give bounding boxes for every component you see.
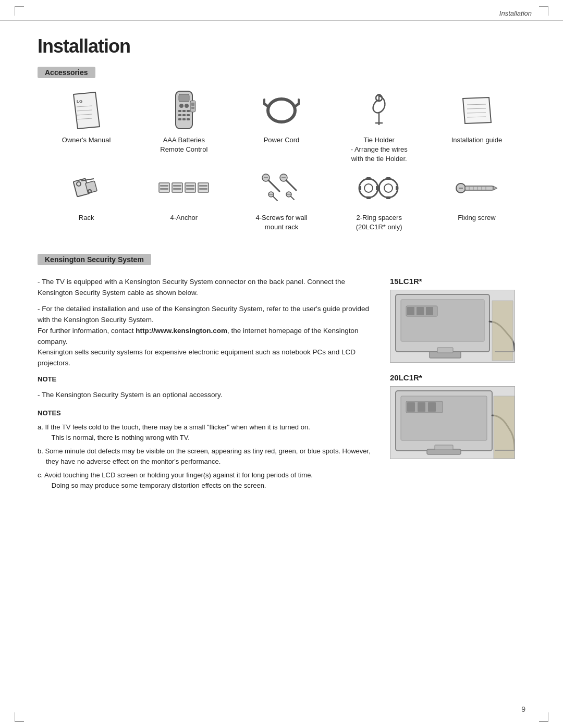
svg-point-63 [364, 184, 373, 192]
svg-rect-72 [377, 186, 380, 190]
page-number: 9 [521, 705, 525, 713]
svg-rect-98 [428, 402, 436, 412]
corner-mark-bl [15, 712, 24, 722]
screws-label: 4-Screws for wallmount rack [256, 213, 308, 232]
fixing-screw-label: Fixing screw [458, 213, 495, 223]
svg-point-69 [384, 184, 393, 192]
accessories-row-2: Rack [38, 167, 525, 232]
tv-image-15lc1r [390, 290, 515, 363]
svg-marker-101 [494, 396, 515, 459]
svg-rect-11 [182, 110, 186, 112]
notes-label: NOTES [38, 408, 377, 418]
note-text: - The Kensington Security System is an o… [38, 390, 377, 401]
svg-rect-43 [173, 188, 181, 190]
svg-rect-41 [172, 183, 182, 192]
svg-rect-90 [437, 348, 453, 353]
kensington-text: - The TV is equipped with a Kensington S… [38, 277, 377, 494]
owners-manual-label: Owner's Manual [62, 135, 111, 145]
svg-rect-65 [366, 196, 371, 199]
svg-rect-13 [178, 114, 181, 116]
accessories-label: Accessories [38, 67, 95, 78]
tie-holder-label: Tie Holder- Arrange the wireswith the ti… [351, 135, 408, 164]
svg-rect-21 [191, 107, 194, 109]
model-15-title: 15LC1R* [390, 277, 525, 286]
tie-holder-icon [365, 90, 393, 131]
svg-rect-44 [185, 183, 195, 192]
tv-model-20lc1r: 20LC1R* [390, 373, 525, 459]
remote-icon [170, 90, 198, 131]
svg-rect-48 [199, 185, 207, 187]
svg-rect-20 [191, 103, 194, 106]
svg-marker-82 [493, 186, 497, 190]
svg-rect-39 [160, 185, 168, 187]
svg-rect-10 [178, 110, 181, 112]
svg-rect-70 [386, 177, 390, 180]
svg-rect-14 [182, 114, 186, 116]
accessories-grid: LG Owner's Manual [38, 90, 525, 235]
svg-rect-19 [190, 101, 195, 112]
accessory-installation-guide: Installation guide [428, 90, 525, 145]
svg-rect-64 [366, 177, 371, 180]
model-20-title: 20LC1R* [390, 373, 525, 382]
note-a: a. If the TV feels cold to the touch, th… [38, 422, 377, 443]
svg-point-9 [185, 104, 189, 108]
svg-rect-40 [160, 188, 168, 190]
accessory-owners-manual: LG Owner's Manual [38, 90, 135, 145]
svg-rect-100 [435, 445, 453, 450]
svg-rect-97 [418, 402, 425, 412]
kensington-section: Kensington Security System - The TV is e… [38, 254, 525, 494]
svg-rect-86 [407, 307, 414, 315]
svg-rect-66 [359, 186, 361, 190]
corner-mark-tr [539, 6, 548, 16]
svg-rect-73 [396, 186, 398, 190]
note-c: c. Avoid touching the LCD screen or hold… [38, 470, 377, 491]
note-b: b. Some minute dot defects may be visibl… [38, 446, 377, 467]
tv-model-15lc1r: 15LC1R* [390, 277, 525, 363]
installation-guide-icon [459, 90, 494, 131]
notes-section: NOTES a. If the TV feels cold to the tou… [38, 408, 377, 491]
svg-rect-16 [178, 118, 181, 120]
accessory-ring-spacers: 2-Ring spacers(20LC1R* only) [331, 167, 428, 232]
svg-rect-18 [187, 118, 190, 120]
accessory-anchor: 4-Anchor [135, 167, 232, 223]
svg-rect-47 [198, 183, 209, 192]
kensington-url: http://www.kensington.com [136, 327, 227, 335]
svg-point-22 [268, 99, 295, 122]
rack-icon [71, 167, 102, 209]
accessory-rack: Rack [38, 167, 135, 223]
svg-rect-38 [159, 183, 169, 192]
anchor-label: 4-Anchor [170, 213, 198, 223]
svg-text:LG: LG [77, 99, 82, 104]
page-header: Installation [0, 0, 563, 21]
accessories-row-1: LG Owner's Manual [38, 90, 525, 164]
accessory-fixing-screw: Fixing screw [428, 167, 525, 223]
svg-rect-88 [426, 307, 433, 315]
svg-rect-45 [186, 185, 194, 187]
remote-label: AAA BatteriesRemote Control [160, 135, 207, 154]
note-label: NOTE [38, 374, 377, 385]
anchor-icon [158, 167, 210, 209]
svg-rect-42 [173, 185, 181, 187]
svg-rect-46 [186, 188, 194, 190]
svg-rect-49 [199, 188, 207, 190]
svg-rect-12 [187, 110, 190, 112]
power-cord-label: Power Cord [264, 135, 300, 145]
kensington-label: Kensington Security System [38, 254, 151, 265]
tv-image-20lc1r [390, 386, 515, 459]
kensington-images: 15LC1R* [390, 277, 525, 470]
fixing-screw-icon [456, 167, 497, 209]
accessories-section: Accessories LG [38, 67, 525, 235]
svg-marker-28 [463, 97, 491, 124]
svg-rect-17 [182, 118, 186, 120]
svg-point-8 [179, 104, 183, 108]
page-title: Installation [38, 35, 525, 57]
header-title: Installation [499, 9, 532, 17]
power-cord-icon [263, 90, 300, 131]
svg-rect-7 [179, 94, 189, 102]
ring-spacers-icon [358, 167, 400, 209]
rack-label: Rack [79, 213, 94, 223]
screws-icon [261, 167, 302, 209]
owners-manual-icon: LG [71, 90, 102, 131]
svg-rect-87 [417, 307, 424, 315]
kensington-content: - The TV is equipped with a Kensington S… [38, 277, 525, 494]
